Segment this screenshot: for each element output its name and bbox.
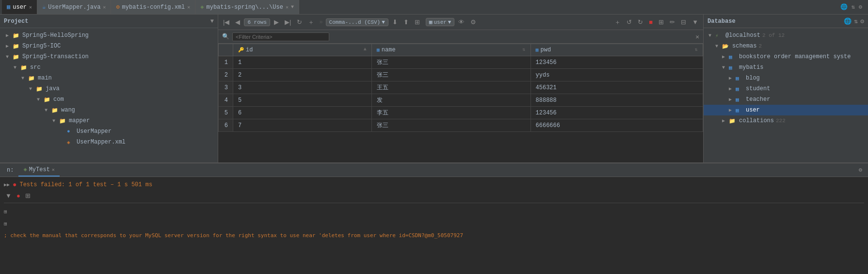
tab-usermapper[interactable]: ☕ UserMapper.java ✕: [37, 0, 111, 14]
grid-btn[interactable]: ⊞: [657, 17, 666, 27]
tree-item-mapper[interactable]: ▼ 📁 mapper: [0, 115, 218, 126]
sidebar-icons: ▼: [210, 18, 214, 25]
settings-icon[interactable]: ⚙: [860, 17, 864, 25]
import-btn[interactable]: ↺: [625, 17, 634, 27]
db-item-user[interactable]: ▶ ▦ user: [704, 105, 868, 115]
bottom-content: ▶▶ ● Tests failed: 1 of 1 test – 1 s 501…: [0, 177, 868, 274]
table-row[interactable]: 5 6 李五 123456: [219, 107, 703, 119]
tree-item-java[interactable]: ▼ 📁 java: [0, 83, 218, 94]
folder-icon: 📁: [51, 107, 59, 113]
bottom-tab-close[interactable]: ✕: [52, 167, 55, 173]
table-row[interactable]: 2 2 张三 yyds: [219, 69, 703, 81]
table-row[interactable]: 6 7 张三 6666666: [219, 119, 703, 132]
cell-id: 1: [233, 56, 372, 69]
tree-item-main[interactable]: ▼ 📁 main: [0, 73, 218, 83]
tree-label: Spring5-transaction: [22, 53, 89, 60]
filter-input[interactable]: [232, 32, 329, 41]
globe-icon[interactable]: 🌐: [840, 3, 848, 11]
globe-icon[interactable]: 🌐: [844, 17, 852, 25]
sort-asc-icon[interactable]: ▲: [364, 47, 367, 52]
tree-item-usermapper-java[interactable]: ▶ ● UserMapper: [0, 126, 218, 137]
bottom-panel: n: ◈ MyTest ✕ ⚙ ▶▶ ● Tests failed: 1 of …: [0, 162, 868, 274]
filter-btn[interactable]: ▼: [690, 17, 700, 27]
tree-item-spring5-hellospring[interactable]: ▶ 📁 Spring5-HelloSpring: [0, 30, 218, 41]
tab-usermapper-close[interactable]: ✕: [103, 4, 106, 10]
clear-filter-btn[interactable]: ✕: [695, 33, 699, 41]
chevron-down-icon[interactable]: ▼: [210, 18, 214, 25]
tree-item-wang[interactable]: ▼ 📁 wang: [0, 105, 218, 115]
export2-btn[interactable]: ↻: [636, 17, 645, 27]
split-btn[interactable]: ⊟: [679, 17, 688, 27]
next-page-btn[interactable]: ▶: [272, 17, 281, 27]
db-label: mybatis: [739, 64, 763, 71]
xml-icon: ⚙: [116, 3, 119, 11]
center-panel: |◀ ◀ 6 rows ▶ ▶| ↻ ＋ » Comma-...d (CSV) …: [218, 15, 703, 177]
settings-icon[interactable]: ⚙: [859, 3, 862, 11]
refresh-btn[interactable]: ↻: [295, 17, 304, 27]
table-row[interactable]: 4 5 发 888888: [219, 94, 703, 107]
tree-item-spring5-transaction[interactable]: ▼ 📁 Spring5-transaction: [0, 51, 218, 62]
error-message: ⊞ ⊞ ; check the manual that corresponds …: [4, 205, 864, 243]
bottom-settings-icon[interactable]: ⚙: [859, 166, 866, 174]
tab-mybatisspring[interactable]: ◈ mybatis-spring\...\Use ✕ ▼: [195, 0, 299, 14]
tree-label: java: [46, 85, 60, 92]
last-page-btn[interactable]: ▶|: [283, 17, 293, 27]
db-item-bookstore[interactable]: ▶ ▦ bookstore order management syste: [704, 51, 868, 62]
table-icon: ▦: [736, 107, 744, 113]
sync-icon[interactable]: ⇅: [852, 3, 855, 11]
tree-item-spring5-ioc[interactable]: ▶ 📁 Spring5-IOC: [0, 41, 218, 51]
db-item-schemas[interactable]: ▼ 📂 schemas 2: [704, 41, 868, 51]
folder-icon: 📁: [36, 86, 44, 92]
upload-btn[interactable]: ⬆: [402, 17, 411, 27]
db-item-student[interactable]: ▶ ▦ student: [704, 83, 868, 94]
error-filter-btn[interactable]: ●: [15, 192, 22, 200]
chevron-down-icon[interactable]: ▼: [291, 4, 294, 10]
eye-btn[interactable]: 👁: [456, 17, 466, 27]
settings-btn[interactable]: ⚙: [468, 17, 478, 27]
col-id-header[interactable]: 🔑id ▲: [233, 44, 372, 56]
test-icon: ◈: [23, 166, 27, 173]
grid-view-btn[interactable]: ⊞: [24, 192, 32, 200]
down-filter-btn[interactable]: ▼: [4, 192, 13, 200]
db-item-collations[interactable]: ▶ 📁 collations 222: [704, 115, 868, 126]
tab-mybatisconfig[interactable]: ⚙ mybatis-config.xml ✕: [111, 0, 195, 14]
table-row[interactable]: 1 1 张三 123456: [219, 56, 703, 69]
tab-user-close[interactable]: ✕: [29, 4, 32, 10]
col-name-header[interactable]: ▦name ⇅: [371, 44, 530, 56]
expand-arrow: ▶: [729, 107, 736, 113]
grid-toolbar: |◀ ◀ 6 rows ▶ ▶| ↻ ＋ » Comma-...d (CSV) …: [218, 15, 703, 30]
add-row-btn[interactable]: ＋: [306, 17, 316, 28]
tree-item-usermapper-xml[interactable]: ▶ ◈ UserMapper.xml: [0, 137, 218, 147]
table-dropdown[interactable]: ▦ user ▼: [426, 18, 455, 26]
tab-user[interactable]: ▦ user ✕: [2, 0, 37, 14]
col-pwd-header[interactable]: ▦pwd ⇅: [530, 44, 703, 56]
folder-icon: 📁: [20, 64, 28, 71]
expand-btn[interactable]: ▶▶: [4, 182, 10, 188]
sort-icon[interactable]: ⇅: [523, 47, 526, 52]
rows-badge[interactable]: 6 rows: [244, 18, 270, 26]
sort-icon[interactable]: ⇅: [695, 47, 698, 52]
transpose-btn[interactable]: ⊞: [413, 17, 422, 27]
db-item-mybatis[interactable]: ▼ ▦ mybatis: [704, 62, 868, 73]
edit-btn[interactable]: ✏: [668, 17, 677, 27]
tree-item-src[interactable]: ▼ 📁 src: [0, 62, 218, 73]
sync-icon[interactable]: ⇅: [854, 17, 858, 25]
stop-btn[interactable]: ■: [647, 17, 655, 27]
bottom-tab-n[interactable]: n:: [2, 163, 18, 177]
db-item-blog[interactable]: ▶ ▦ blog: [704, 73, 868, 83]
tree-label: UserMapper: [77, 128, 112, 135]
export-dropdown[interactable]: Comma-...d (CSV) ▼: [326, 18, 388, 26]
folder-icon: 📁: [13, 43, 20, 49]
db-item-teacher[interactable]: ▶ ▦ teacher: [704, 94, 868, 105]
first-page-btn[interactable]: |◀: [221, 17, 231, 27]
prev-page-btn[interactable]: ◀: [233, 17, 242, 27]
tree-item-com[interactable]: ▼ 📁 com: [0, 94, 218, 105]
db-label: schemas: [732, 43, 756, 49]
tab-mybatisspring-close[interactable]: ✕: [286, 4, 289, 10]
download-btn[interactable]: ⬇: [390, 17, 400, 27]
db-item-localhost[interactable]: ▼ ⚡ @localhost 2 of 12: [704, 30, 868, 41]
tab-mybatisconfig-close[interactable]: ✕: [187, 4, 190, 10]
table-row[interactable]: 3 3 王五 456321: [219, 81, 703, 94]
add-col-btn[interactable]: ＋: [612, 17, 623, 28]
bottom-tab-mytest[interactable]: ◈ MyTest ✕: [18, 163, 59, 177]
